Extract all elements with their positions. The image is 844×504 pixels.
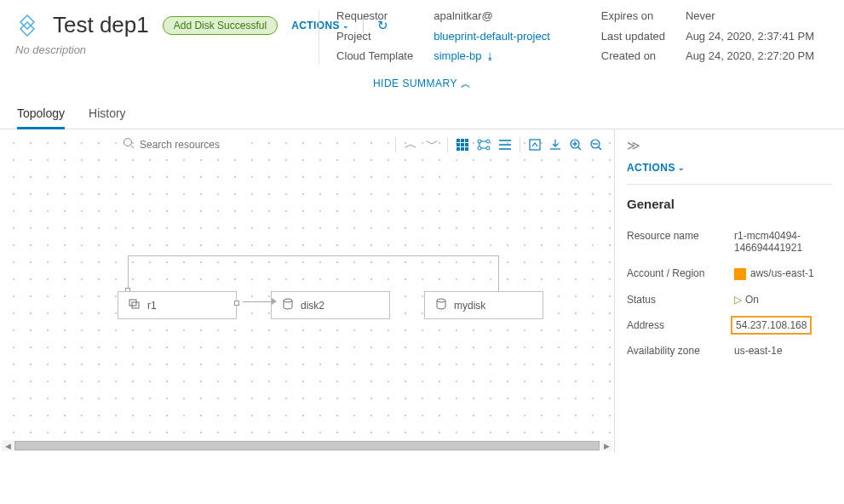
status-label: Status bbox=[627, 294, 721, 306]
status-badge: Add Disk Successful bbox=[163, 16, 278, 35]
node-label: r1 bbox=[147, 300, 157, 312]
collapse-icon[interactable]: ︿ bbox=[405, 136, 417, 152]
collapse-sidebar-icon[interactable]: ≫ bbox=[627, 138, 640, 153]
node-label: mydisk bbox=[454, 300, 485, 312]
node-label: disk2 bbox=[301, 300, 324, 312]
template-link[interactable]: simple-bp bbox=[433, 49, 481, 62]
svg-point-0 bbox=[124, 139, 132, 146]
status-text: On bbox=[745, 294, 759, 306]
svg-rect-7 bbox=[465, 143, 468, 146]
expires-label: Expires on bbox=[601, 9, 665, 25]
zoom-out-icon[interactable] bbox=[590, 139, 602, 151]
created-value: Aug 24, 2020, 2:27:20 PM bbox=[686, 49, 814, 65]
account-text: aws/us-east-1 bbox=[750, 267, 814, 279]
node-r1[interactable]: r1 bbox=[118, 291, 237, 319]
search-input[interactable] bbox=[140, 139, 250, 151]
nodes: r1 disk2 mydisk bbox=[118, 291, 543, 319]
aws-icon bbox=[734, 268, 746, 280]
fit-screen-icon[interactable] bbox=[529, 139, 541, 151]
chevron-down-icon: ⌄ bbox=[678, 163, 685, 172]
requestor-label: Requestor bbox=[336, 9, 413, 25]
az-label: Availability zone bbox=[627, 345, 721, 357]
connector-arrow bbox=[243, 298, 277, 305]
svg-rect-6 bbox=[461, 143, 464, 146]
grid-view-icon[interactable] bbox=[456, 139, 468, 151]
scroll-thumb[interactable] bbox=[14, 441, 600, 450]
svg-rect-3 bbox=[461, 139, 464, 142]
download-icon[interactable]: ⭳ bbox=[485, 51, 495, 61]
divider bbox=[520, 137, 520, 152]
project-label: Project bbox=[336, 30, 413, 45]
hide-summary-toggle[interactable]: HIDE SUMMARY ︽ bbox=[0, 65, 844, 100]
svg-point-12 bbox=[486, 140, 490, 143]
updated-label: Last updated bbox=[601, 30, 665, 45]
horizontal-scrollbar[interactable]: ◀ ▶ bbox=[2, 440, 612, 451]
resource-name-label: Resource name bbox=[627, 230, 721, 254]
main-content: ︿ ﹀ bbox=[0, 129, 844, 453]
chevron-up-icon: ︽ bbox=[461, 77, 472, 89]
svg-line-27 bbox=[578, 147, 581, 150]
requestor-value: apalnitkar@ bbox=[433, 9, 550, 25]
status-value: ▷On bbox=[734, 294, 832, 306]
svg-rect-5 bbox=[456, 143, 460, 146]
section-title: General bbox=[627, 185, 832, 223]
tree-view-icon[interactable] bbox=[477, 139, 491, 151]
expand-icon[interactable]: ﹀ bbox=[426, 136, 439, 152]
svg-line-1 bbox=[131, 146, 135, 149]
scroll-left-icon[interactable]: ◀ bbox=[2, 442, 14, 450]
az-value: us-east-1e bbox=[734, 345, 832, 357]
property-row: Status ▷On bbox=[627, 287, 832, 312]
divider bbox=[395, 137, 396, 152]
download-canvas-icon[interactable] bbox=[549, 139, 561, 151]
account-label: Account / Region bbox=[627, 267, 721, 280]
port-icon bbox=[234, 301, 239, 306]
property-row: Resource name r1-mcm40494-146694441921 bbox=[627, 223, 832, 261]
disk-icon bbox=[282, 298, 294, 312]
account-value: aws/us-east-1 bbox=[734, 267, 832, 280]
node-disk2[interactable]: disk2 bbox=[271, 291, 390, 319]
app-logo-icon bbox=[15, 14, 39, 37]
svg-rect-4 bbox=[465, 139, 468, 142]
address-label: Address bbox=[627, 319, 721, 331]
summary-panel: Requestor apalnitkar@ Project blueprint-… bbox=[319, 9, 814, 65]
tab-topology[interactable]: Topology bbox=[17, 100, 65, 129]
divider bbox=[447, 137, 448, 152]
address-value: 54.237.108.168 bbox=[734, 319, 832, 331]
address-text: 54.237.108.168 bbox=[731, 316, 812, 335]
svg-rect-9 bbox=[461, 147, 464, 151]
project-link[interactable]: blueprint-default-project bbox=[433, 30, 550, 45]
description: No description bbox=[0, 43, 101, 65]
tabs: Topology History bbox=[0, 100, 844, 129]
list-view-icon[interactable] bbox=[499, 139, 511, 151]
svg-point-13 bbox=[478, 146, 481, 150]
play-icon: ▷ bbox=[734, 294, 742, 306]
updated-value: Aug 24, 2020, 2:37:41 PM bbox=[686, 30, 814, 45]
search-icon bbox=[123, 137, 135, 152]
page-title: Test dep1 bbox=[53, 12, 149, 38]
details-sidebar: ≫ ACTIONS ⌄ General Resource name r1-mcm… bbox=[614, 129, 844, 453]
tab-history[interactable]: History bbox=[89, 100, 126, 129]
node-mydisk[interactable]: mydisk bbox=[424, 291, 543, 319]
svg-rect-10 bbox=[465, 147, 468, 151]
created-label: Created on bbox=[601, 49, 665, 65]
scroll-right-icon[interactable]: ▶ bbox=[600, 442, 612, 450]
svg-point-11 bbox=[478, 140, 481, 143]
template-label: Cloud Template bbox=[336, 49, 413, 65]
search-field[interactable] bbox=[123, 137, 250, 152]
compute-icon bbox=[129, 298, 141, 312]
disk-icon bbox=[435, 298, 447, 312]
svg-point-33 bbox=[284, 299, 292, 302]
property-row: Account / Region aws/us-east-1 bbox=[627, 261, 832, 287]
sidebar-actions-dropdown[interactable]: ACTIONS ⌄ bbox=[627, 140, 832, 185]
connector-elbow bbox=[128, 255, 499, 291]
resource-name-value: r1-mcm40494-146694441921 bbox=[734, 230, 832, 254]
svg-rect-21 bbox=[530, 140, 540, 150]
canvas-wrap: ︿ ﹀ bbox=[0, 129, 614, 453]
property-row: Address 54.237.108.168 bbox=[627, 312, 832, 338]
svg-point-14 bbox=[486, 146, 490, 150]
expires-value: Never bbox=[686, 9, 814, 25]
zoom-in-icon[interactable] bbox=[570, 139, 582, 151]
svg-rect-8 bbox=[456, 147, 460, 151]
sidebar-actions-label: ACTIONS bbox=[627, 162, 675, 174]
property-row: Availability zone us-east-1e bbox=[627, 338, 832, 364]
